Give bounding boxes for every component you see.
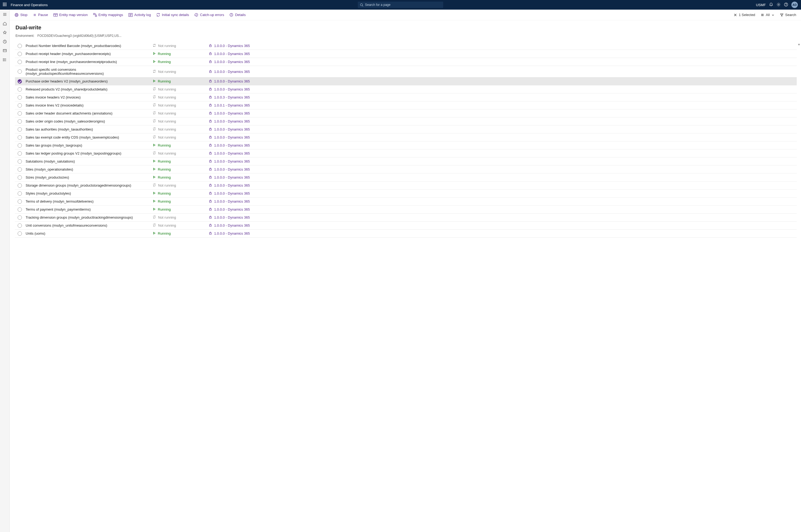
version-cell[interactable]: 1.0.0.0 - Dynamics 365 xyxy=(209,224,797,227)
stop-button[interactable]: Stop xyxy=(14,13,27,17)
version-cell[interactable]: 1.0.0.0 - Dynamics 365 xyxy=(209,215,797,220)
version-cell[interactable]: 1.0.0.0 - Dynamics 365 xyxy=(209,159,797,163)
row-selector[interactable] xyxy=(18,70,22,74)
row-selector[interactable] xyxy=(18,224,22,228)
table-row[interactable]: Terms of delivery (msdyn_termsofdeliveri… xyxy=(15,197,797,206)
table-row[interactable]: Sales tax ledger posting groups V2 (msdy… xyxy=(15,150,797,157)
table-row[interactable]: Product specific unit conversions (msdyn… xyxy=(15,66,797,77)
version-cell[interactable]: 1.0.0.0 - Dynamics 365 xyxy=(209,175,797,179)
version-cell[interactable]: 1.0.0.0 - Dynamics 365 xyxy=(209,111,797,115)
version-cell[interactable]: 1.0.0.0 - Dynamics 365 xyxy=(209,143,797,147)
table-row[interactable]: Styles (msdyn_productstyles)Running1.0.0… xyxy=(15,190,797,197)
version-cell[interactable]: 1.0.0.0 - Dynamics 365 xyxy=(209,127,797,131)
search-button[interactable]: Search xyxy=(780,13,796,17)
entity-name: Salutations (msdyn_salutations) xyxy=(24,158,153,165)
row-selector[interactable] xyxy=(18,151,22,156)
hamburger-icon[interactable] xyxy=(2,12,7,17)
row-selector[interactable] xyxy=(18,95,22,99)
home-icon[interactable] xyxy=(2,21,7,26)
activity-log-button[interactable]: Activity log xyxy=(129,13,151,17)
chevron-down-icon xyxy=(771,13,775,17)
bell-icon[interactable] xyxy=(769,2,773,7)
app-launcher-icon[interactable] xyxy=(0,3,9,7)
version-cell[interactable]: 1.0.0.0 - Dynamics 365 xyxy=(209,231,797,235)
row-selector[interactable] xyxy=(18,183,22,188)
version-cell[interactable]: 1.0.0.0 - Dynamics 365 xyxy=(209,87,797,91)
table-row[interactable]: Sales invoice lines V2 (invoicedetails)N… xyxy=(15,101,797,110)
version-cell[interactable]: 1.0.0.0 - Dynamics 365 xyxy=(209,167,797,171)
initial-sync-details-button[interactable]: Initial sync details xyxy=(156,13,189,17)
table-row[interactable]: Sites (msdyn_operationalsites)Running1.0… xyxy=(15,166,797,173)
row-selector[interactable] xyxy=(18,127,22,132)
row-selector[interactable] xyxy=(18,167,22,172)
row-selector[interactable] xyxy=(18,207,22,212)
row-selector[interactable] xyxy=(18,159,22,164)
version-cell[interactable]: 1.0.0.0 - Dynamics 365 xyxy=(209,79,797,83)
clear-selection-button[interactable]: 1 Selected xyxy=(733,13,755,17)
version-cell[interactable]: 1.0.0.0 - Dynamics 365 xyxy=(209,135,797,139)
pause-button[interactable]: Pause xyxy=(33,13,48,17)
table-row[interactable]: Unit conversions (msdyn_unitofmeasurecon… xyxy=(15,222,797,230)
version-cell[interactable]: 1.0.0.0 - Dynamics 365 xyxy=(209,60,797,64)
clock-icon[interactable] xyxy=(2,39,7,44)
row-selector[interactable] xyxy=(18,135,22,139)
table-row[interactable]: Product Number Identified Barcode (msdyn… xyxy=(15,42,797,50)
table-row[interactable]: Units (uoms)Running1.0.0.0 - Dynamics 36… xyxy=(15,230,797,238)
row-selector[interactable] xyxy=(18,103,22,108)
row-selector[interactable] xyxy=(18,200,22,204)
table-row[interactable]: Terms of payment (msdyn_paymentterms)Run… xyxy=(15,206,797,213)
table-row[interactable]: Storage dimension groups (msdyn_products… xyxy=(15,182,797,190)
avatar[interactable]: AD xyxy=(792,2,798,8)
catch-up-errors-button[interactable]: Catch-up errors xyxy=(194,13,224,17)
table-row[interactable]: Sales tax exempt code entity CDS (msdyn_… xyxy=(15,133,797,141)
all-filter-button[interactable]: All xyxy=(760,13,774,17)
gear-icon[interactable] xyxy=(777,2,781,7)
row-selector[interactable] xyxy=(18,191,22,196)
version-cell[interactable]: 1.0.0.0 - Dynamics 365 xyxy=(209,119,797,123)
star-icon[interactable] xyxy=(2,30,7,35)
row-selector[interactable] xyxy=(18,175,22,179)
row-selector[interactable] xyxy=(18,87,22,92)
table-row[interactable]: Tracking dimension groups (msdyn_product… xyxy=(15,213,797,222)
version-cell[interactable]: 1.0.0.0 - Dynamics 365 xyxy=(209,44,797,48)
table-row[interactable]: Sales invoice headers V2 (invoices)Not r… xyxy=(15,93,797,101)
row-selector[interactable] xyxy=(18,111,22,116)
legal-entity[interactable]: USMF xyxy=(756,3,766,7)
table-row[interactable]: Released products V2 (msdyn_sharedproduc… xyxy=(15,86,797,93)
modules-icon[interactable] xyxy=(2,57,7,62)
table-row[interactable]: Product receipt line (msdyn_purchaseorde… xyxy=(15,58,797,66)
row-selector[interactable] xyxy=(18,44,22,48)
entity-mappings-button[interactable]: Entity mappings xyxy=(93,13,123,17)
entity-map-version-button[interactable]: Entity map version xyxy=(53,13,88,17)
version-cell[interactable]: 1.0.0.0 - Dynamics 365 xyxy=(209,52,797,56)
scroll-up-arrow[interactable]: ▲ xyxy=(798,42,800,46)
table-row[interactable]: Product receipt header (msdyn_purchaseor… xyxy=(15,50,797,58)
version-cell[interactable]: 1.0.0.0 - Dynamics 365 xyxy=(209,151,797,155)
row-selector[interactable] xyxy=(18,52,22,56)
row-selector[interactable] xyxy=(18,215,22,220)
table-row[interactable]: Sales order header document attachments … xyxy=(15,110,797,117)
version-cell[interactable]: 1.0.0.0 - Dynamics 365 xyxy=(209,183,797,187)
table-row[interactable]: Sizes (msdyn_productsizes)Running1.0.0.0… xyxy=(15,173,797,182)
entity-grid[interactable]: ▲ Product Number Identified Barcode (msd… xyxy=(9,42,801,532)
help-icon[interactable] xyxy=(784,2,788,7)
row-selector[interactable] xyxy=(18,119,22,124)
table-row[interactable]: Sales order origin codes (msdyn_salesord… xyxy=(15,117,797,126)
version-cell[interactable]: 1.0.0.1 - Dynamics 365 xyxy=(209,103,797,107)
table-row[interactable]: Salutations (msdyn_salutations)Running1.… xyxy=(15,157,797,166)
row-selector[interactable] xyxy=(18,60,22,64)
row-selector[interactable] xyxy=(18,79,22,83)
version-cell[interactable]: 1.0.0.0 - Dynamics 365 xyxy=(209,207,797,211)
row-selector[interactable] xyxy=(18,143,22,148)
details-button[interactable]: Details xyxy=(229,13,246,17)
version-cell[interactable]: 1.0.0.3 - Dynamics 365 xyxy=(209,95,797,99)
search-box[interactable]: Search for a page xyxy=(358,2,443,8)
table-row[interactable]: Sales tax groups (msdyn_taxgroups)Runnin… xyxy=(15,141,797,150)
version-cell[interactable]: 1.0.0.0 - Dynamics 365 xyxy=(209,200,797,204)
version-cell[interactable]: 1.0.0.0 - Dynamics 365 xyxy=(209,191,797,195)
table-row[interactable]: Sales tax authorities (msdyn_taxauthorit… xyxy=(15,126,797,133)
table-row[interactable]: Purchase order headers V2 (msdyn_purchas… xyxy=(15,77,797,86)
row-selector[interactable] xyxy=(18,231,22,236)
workspace-icon[interactable] xyxy=(2,48,7,53)
version-cell[interactable]: 1.0.0.0 - Dynamics 365 xyxy=(209,70,797,74)
